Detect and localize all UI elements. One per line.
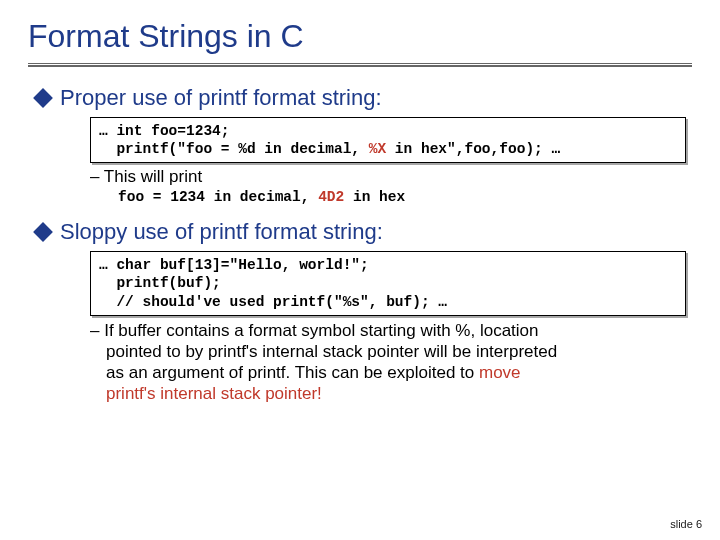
para-highlight: move [479, 363, 521, 382]
diamond-icon [33, 222, 53, 242]
diamond-icon [33, 88, 53, 108]
slide-number: slide 6 [670, 518, 702, 530]
code-line: … char buf[13]="Hello, world!"; [99, 257, 369, 273]
code-highlight: %X [369, 141, 386, 157]
bullet-proper-use: Proper use of printf format string: [36, 85, 720, 111]
para-text: as an argument of printf. This can be ex… [106, 363, 479, 382]
printed-output: foo = 1234 in decimal, 4D2 in hex [118, 189, 720, 205]
code-line: printf("foo = %d in decimal, [99, 141, 369, 157]
code-line: in hex",foo,foo); … [386, 141, 560, 157]
code-line: printf(buf); [99, 275, 221, 291]
sub-will-print: – This will print [90, 167, 720, 187]
code-box-sloppy: … char buf[13]="Hello, world!"; printf(b… [90, 251, 686, 315]
output-text: in hex [344, 189, 405, 205]
bullet-text: Sloppy use of printf format string: [60, 219, 383, 245]
para-line: as an argument of printf. This can be ex… [90, 362, 660, 383]
para-line: – If buffer contains a format symbol sta… [90, 321, 539, 340]
para-highlight: printf's internal stack pointer! [90, 383, 660, 404]
code-box-proper: … int foo=1234; printf("foo = %d in deci… [90, 117, 686, 163]
output-highlight: 4D2 [318, 189, 344, 205]
code-line: … int foo=1234; [99, 123, 230, 139]
bullet-sloppy-use: Sloppy use of printf format string: [36, 219, 720, 245]
bullet-text: Proper use of printf format string: [60, 85, 382, 111]
output-text: foo = 1234 in decimal, [118, 189, 318, 205]
code-line: // should've used printf("%s", buf); … [99, 294, 447, 310]
explanation-paragraph: – If buffer contains a format symbol sta… [90, 320, 660, 405]
para-line: pointed to by printf's internal stack po… [90, 341, 660, 362]
title-underline [28, 63, 692, 67]
slide-title: Format Strings in C [0, 0, 720, 63]
